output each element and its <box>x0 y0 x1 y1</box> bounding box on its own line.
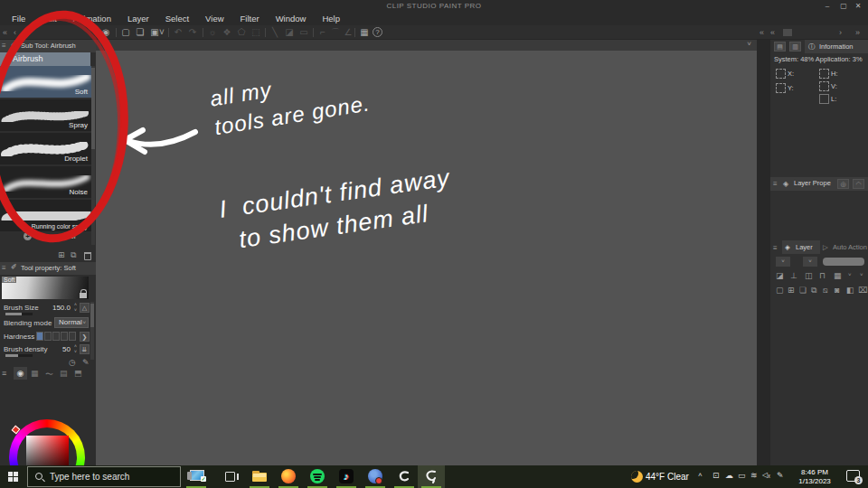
tool-property-scrollbar[interactable] <box>90 302 94 360</box>
palette-menu-icon[interactable]: ≡ <box>773 180 778 188</box>
save-dropdown-icon[interactable]: ˅ <box>158 26 165 39</box>
help-icon[interactable]: ? <box>373 27 382 37</box>
tray-expand-chevron-icon[interactable]: ˄ <box>698 471 703 479</box>
right-dock-collapse2-icon[interactable]: « <box>770 26 775 39</box>
subtool-scrollbar[interactable] <box>91 66 95 245</box>
brush-size-value[interactable]: 150.0 <box>47 304 71 312</box>
taskbar-app-spotify[interactable] <box>304 465 331 488</box>
palette-menu-icon[interactable]: ≡ <box>2 264 9 273</box>
minimize-button[interactable]: – <box>819 0 835 13</box>
menu-select[interactable]: Select <box>157 13 197 25</box>
menu-edit[interactable]: Edit <box>33 13 64 25</box>
brush-item-running-color-spray[interactable]: Running color spray <box>0 200 91 232</box>
selection-border-icon[interactable]: ▭ <box>297 26 310 39</box>
taskbar-app-discord[interactable] <box>362 465 389 488</box>
taskbar-clock[interactable]: 8:46 PM 1/13/2023 <box>789 468 840 485</box>
wifi-icon[interactable]: ≋ <box>750 471 758 480</box>
select-lasso-icon[interactable]: ⬠ <box>235 26 248 39</box>
brush-size-mini-slider[interactable] <box>5 313 33 315</box>
hardness-seg-2[interactable] <box>44 332 52 341</box>
density-dynamics-button[interactable]: ⇊ <box>80 344 90 354</box>
menu-layer[interactable]: Layer <box>119 13 157 25</box>
taskbar-app-travel-map[interactable]: ✓ <box>183 465 210 488</box>
volume-muted-icon[interactable]: ◁ₓ <box>762 471 770 479</box>
color-set-tab[interactable]: ▦ <box>31 369 39 378</box>
snap-ruler-icon[interactable]: ⌐ <box>316 26 329 39</box>
new-layer-icon[interactable]: ▢ <box>776 286 784 295</box>
close-button[interactable]: ✕ <box>850 0 866 13</box>
balloon-icon[interactable]: ◠ <box>853 179 864 189</box>
weather-moon-icon[interactable] <box>631 471 643 483</box>
undo-icon[interactable]: ↶ <box>172 26 184 39</box>
redo-icon[interactable]: ↷ <box>186 26 199 39</box>
navigator-tab[interactable]: ▤ <box>774 42 786 52</box>
select-rect-icon[interactable]: ⬚ <box>250 26 262 39</box>
transfer-layer-icon[interactable]: ⧉ <box>811 286 816 296</box>
blend-mode-dropdown[interactable]: ˅ <box>776 257 790 267</box>
clip-studio-logo-icon[interactable]: ◉ <box>99 26 112 39</box>
color-grid-tab[interactable]: ▤ <box>60 369 68 378</box>
snap-angle-icon[interactable]: ∠ <box>342 26 354 39</box>
open-file-icon[interactable]: ❏ <box>134 26 146 39</box>
dock-scroll-next-icon[interactable]: › <box>839 26 842 39</box>
tab-information[interactable]: ⓘ Information <box>805 40 868 53</box>
brush-item-spray[interactable]: Spray <box>0 99 91 132</box>
layer-mask-icon[interactable]: ◙ <box>835 286 839 295</box>
density-step-down-icon[interactable]: ˅ <box>72 350 79 354</box>
palette-menu-icon[interactable]: ≡ <box>773 244 778 252</box>
canvas[interactable]: ˅ all mytools are gone. I couldn't find … <box>96 40 757 465</box>
tab-layer[interactable]: ◈ Layer <box>782 240 820 254</box>
layer-color-icon[interactable]: ◪ <box>776 271 784 280</box>
tab-auto-action[interactable]: ▷ Auto Action <box>821 240 868 254</box>
taskbar-app-tiktok[interactable]: ♪ <box>333 465 360 488</box>
taskbar-app-clip-studio-paint-active[interactable] <box>418 465 445 488</box>
apply-mask-icon[interactable]: ◧ <box>846 286 854 295</box>
brush-item-soft[interactable]: Soft <box>0 66 91 99</box>
opacity-dropdown[interactable]: ˅ <box>803 257 817 267</box>
tab-airbrush[interactable]: ✐ Airbrush <box>0 52 90 66</box>
color-slider-tab[interactable]: 〜 <box>45 369 53 380</box>
opacity-slider[interactable] <box>823 258 864 266</box>
color-palette-menu-icon[interactable]: ≡ <box>2 369 6 378</box>
dock-scrollbar-thumb[interactable] <box>783 29 792 36</box>
taskbar-app-clip-studio[interactable] <box>391 465 418 488</box>
tone-icon[interactable]: ◎ <box>837 179 849 189</box>
action-center-button[interactable]: 3 <box>846 470 860 482</box>
gradient-tab[interactable]: ⬒ <box>74 369 82 378</box>
taskbar-app-firefox[interactable] <box>275 465 302 488</box>
tool-settings-wrench-icon[interactable]: ✎ <box>82 358 90 367</box>
add-subtool-button[interactable]: + Add sub tool <box>0 231 91 244</box>
invert-selection-icon[interactable]: ◪ <box>283 26 296 39</box>
delete-layer-icon[interactable]: ⌧ <box>858 286 867 295</box>
material-palette-icon[interactable]: ▦ <box>358 26 371 39</box>
menu-view[interactable]: View <box>197 13 231 25</box>
hardness-seg-1[interactable] <box>36 332 43 341</box>
select-shape-icon[interactable]: ❖ <box>221 26 233 39</box>
show-all-settings-icon[interactable]: ◷ <box>69 358 76 367</box>
chevron-down-icon[interactable]: ˅ <box>848 272 852 277</box>
task-view-button[interactable] <box>217 465 244 488</box>
hardness-seg-3[interactable] <box>52 332 60 341</box>
chevron-down-icon[interactable]: ˅ <box>860 272 863 277</box>
hardness-seg-4[interactable] <box>61 332 68 341</box>
right-dock-collapse-icon[interactable]: « <box>760 26 764 39</box>
tray-app-icon[interactable]: ⊡ <box>712 471 720 480</box>
weather-widget[interactable]: 44°F Clear <box>646 472 689 482</box>
stabilize-button[interactable]: △ <box>80 303 90 313</box>
palette-menu-icon[interactable]: ≡ <box>2 42 9 51</box>
deselect-icon[interactable]: ╲ <box>269 26 281 39</box>
blending-mode-dropdown[interactable]: Normal ˅ <box>54 317 89 328</box>
new-vector-layer-icon[interactable]: ⊞ <box>788 286 795 295</box>
onedrive-cloud-icon[interactable]: ☁ <box>725 471 733 480</box>
select-wand-icon[interactable]: ☼ <box>206 26 219 39</box>
text-layer-icon[interactable]: ⊥ <box>790 271 797 280</box>
clip-to-layer-icon[interactable]: ◫ <box>805 271 813 280</box>
taskbar-app-file-explorer[interactable] <box>246 465 273 488</box>
hardness-expand-button[interactable]: ❯ <box>80 332 90 342</box>
snap-curve-icon[interactable]: ⌒ <box>329 26 342 39</box>
merge-layer-icon[interactable]: ⧅ <box>823 286 828 296</box>
duplicate-subtool-icon[interactable]: ⧉ <box>71 250 76 260</box>
subview-tab[interactable]: ▥ <box>789 42 801 52</box>
dock-collapse2-icon[interactable]: ‹ <box>14 26 16 39</box>
start-button[interactable] <box>0 465 27 488</box>
